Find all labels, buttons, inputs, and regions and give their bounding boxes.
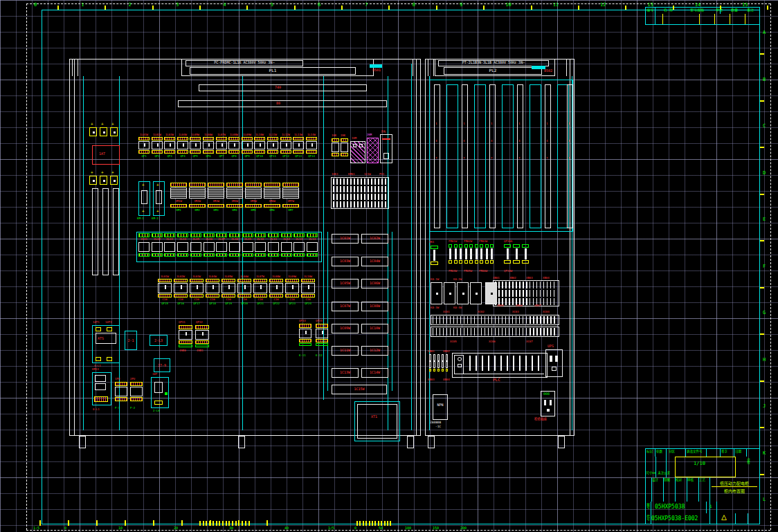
cad-part xyxy=(95,375,106,382)
cad-part xyxy=(485,244,489,248)
scale-label: 50 xyxy=(379,526,383,530)
scale-label: 20 xyxy=(174,526,178,530)
breaker-unit xyxy=(469,244,473,282)
terminal-plus: + xyxy=(101,170,104,174)
cad-part xyxy=(177,141,188,149)
ups-label: UPS xyxy=(548,345,554,348)
cad-part xyxy=(152,150,163,154)
cad-part xyxy=(280,150,291,154)
cad-part xyxy=(285,279,299,282)
cad-text: KA-3W xyxy=(431,306,439,309)
cad-part xyxy=(208,187,224,199)
cad-part xyxy=(282,183,299,187)
cad-part xyxy=(237,279,251,282)
zone-letter: B xyxy=(763,77,766,82)
cad-rect xyxy=(178,100,387,107)
cad-part xyxy=(254,141,265,149)
cad-part xyxy=(442,369,444,372)
cad-text: 2FU xyxy=(130,378,135,380)
cad-part xyxy=(138,253,150,257)
cad-part xyxy=(245,187,262,199)
cad-rect xyxy=(92,145,120,165)
cad-part xyxy=(359,144,363,147)
cad-part xyxy=(57,6,59,10)
cad-part xyxy=(152,253,163,257)
cad-part: QF20 xyxy=(237,302,251,306)
cad-part xyxy=(152,6,154,10)
breaker-unit xyxy=(464,244,468,282)
zone-letter: D xyxy=(763,171,766,176)
cad-part xyxy=(110,127,118,136)
cad-part xyxy=(299,329,311,338)
left-panel-title: PC-PRDMC-1L16 AC380V 50Hz 3N~ xyxy=(187,61,302,64)
cad-part xyxy=(170,183,187,187)
terminal-plus: + xyxy=(111,170,114,174)
cad-text: XB04 xyxy=(543,277,550,279)
cad-part: QF19 xyxy=(221,302,235,306)
npn-sub2-label: -1C xyxy=(435,425,441,429)
cad-part xyxy=(174,279,188,282)
cad-part xyxy=(760,380,764,382)
cad-part: 1M3W xyxy=(208,200,224,203)
cad-part: QF15 xyxy=(158,302,172,306)
cad-part xyxy=(332,143,339,152)
cad-text: 2-L6 xyxy=(153,410,160,412)
cad-part xyxy=(190,283,203,293)
cad-part xyxy=(305,331,307,334)
cad-part xyxy=(513,260,520,264)
cad-part xyxy=(177,137,188,140)
scale-tick xyxy=(203,521,204,526)
cad-part xyxy=(152,137,163,140)
cad-part xyxy=(245,204,262,208)
cad-part xyxy=(197,285,198,289)
scale-tick xyxy=(96,520,98,526)
cad-part xyxy=(578,6,579,10)
cad-part xyxy=(190,279,203,282)
legend-header: 型号规格 xyxy=(690,8,704,12)
cad-part xyxy=(333,186,387,192)
cad-part xyxy=(469,244,473,248)
cad-part xyxy=(333,178,387,185)
cad-part xyxy=(144,143,145,147)
cad-canvas[interactable]: PC-PRDMC-1L16 AC380V 50Hz 3N~ PL1 8501 7… xyxy=(0,0,778,532)
cad-line xyxy=(26,3,770,4)
cad-part xyxy=(436,6,437,10)
zone-number: 11 xyxy=(553,3,559,8)
cad-line xyxy=(770,3,771,530)
cad-part xyxy=(760,100,764,102)
scale-tick xyxy=(235,521,237,526)
cable-label: 1C06W xyxy=(361,282,388,285)
cad-part xyxy=(255,253,266,257)
cad-part xyxy=(170,204,187,208)
zone-letter: L xyxy=(763,497,766,502)
plc-rack xyxy=(452,353,548,378)
cable-label: 1C05W xyxy=(332,282,359,285)
cad-part xyxy=(260,243,261,251)
cad-rect xyxy=(79,436,86,448)
cad-part: QF12 xyxy=(280,155,291,158)
scale-tick xyxy=(238,521,239,526)
cad-part: 1M6W xyxy=(264,200,280,203)
scale-tick xyxy=(387,521,388,526)
scale-tick xyxy=(206,521,207,526)
cable-label: 1C01W xyxy=(332,237,359,240)
zone-letter: F xyxy=(763,264,766,269)
switch-unit xyxy=(151,377,169,408)
cad-part xyxy=(93,131,95,134)
cad-part xyxy=(165,285,166,289)
cad-part xyxy=(264,204,280,208)
cad-part xyxy=(316,339,328,342)
cad-part: 2L03 xyxy=(164,238,175,241)
cad-part xyxy=(208,143,210,147)
cad-text: XC05 xyxy=(450,340,457,343)
cad-part xyxy=(446,84,458,228)
zone-letter: H xyxy=(763,358,766,363)
cad-part xyxy=(476,293,478,295)
cad-part: KM2 xyxy=(189,209,206,212)
scale-label: 10 xyxy=(118,526,123,530)
cad-part: QF24 xyxy=(301,302,315,306)
cad-part xyxy=(504,260,511,264)
cad-part xyxy=(186,332,187,336)
cad-text: 8-L1 xyxy=(93,408,100,411)
breaker-unit xyxy=(480,244,483,282)
